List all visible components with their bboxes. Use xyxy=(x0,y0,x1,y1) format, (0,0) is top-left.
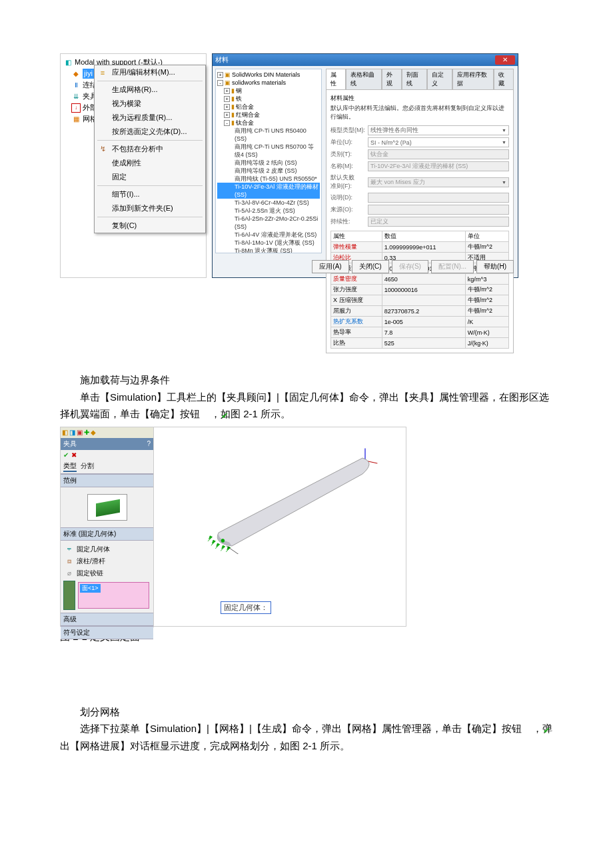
ctx-beam[interactable]: 视为横梁 xyxy=(95,97,205,111)
mat-cat[interactable]: 铁 xyxy=(236,95,242,103)
toolbar-icon[interactable]: ◧ xyxy=(62,429,68,436)
config-button: 配置(N)... xyxy=(431,260,474,273)
ctx-label: 不包括在分析中 xyxy=(112,144,163,154)
ctx-copy[interactable]: 复制(C) xyxy=(95,219,205,233)
field-label: 类别(T): xyxy=(330,150,368,159)
material-tree[interactable]: +▣SolidWorks DIN Materials -▣solidworks … xyxy=(215,69,322,253)
mat-leaf[interactable]: Ti-6Al-4V 溶液处理并老化 (SS) xyxy=(217,231,320,239)
mat-tree-node[interactable]: SolidWorks DIN Materials xyxy=(232,71,300,79)
collapse-icon[interactable]: - xyxy=(217,80,223,86)
fixture-type-fixed[interactable]: ⫧固定几何体 xyxy=(63,543,151,555)
mat-tree-node[interactable]: solidworks materials xyxy=(232,79,286,87)
ctx-shell[interactable]: 按所选面定义壳体(D)... xyxy=(95,125,205,139)
close-icon[interactable]: ✕ xyxy=(495,55,515,65)
expand-icon[interactable]: + xyxy=(224,112,230,118)
fixed-icon: ⫧ xyxy=(65,545,74,553)
ctx-label: 复制(C) xyxy=(112,221,137,231)
ctx-detail[interactable]: 细节(I)... xyxy=(95,187,205,201)
selected-face-chip[interactable]: 面<1> xyxy=(80,584,101,593)
mat-cat[interactable]: 钛合金 xyxy=(236,119,254,127)
section-example[interactable]: 范例 xyxy=(61,474,153,487)
failure-select: 最大 von Mises 应力▼ xyxy=(368,177,509,187)
tab-appdata[interactable]: 应用程序数据 xyxy=(452,69,494,89)
tab-curves[interactable]: 表格和曲线 xyxy=(346,69,382,89)
mat-leaf-selected[interactable]: Ti-10V-2Fe-3Al 溶液处理的棒材 (SS) xyxy=(217,183,320,199)
mat-cat[interactable]: 红铜合金 xyxy=(236,111,260,119)
ctx-remote-mass[interactable]: 视为远程质量(R)... xyxy=(95,111,205,125)
fixtures-icon: ⇊ xyxy=(71,92,81,101)
tab-properties[interactable]: 属性 xyxy=(326,69,346,89)
field-label: 单位(U): xyxy=(330,138,368,147)
table-row: X 压缩强度牛顿/m^2 xyxy=(331,295,509,306)
ctx-edit-material[interactable]: ≡ 应用/编辑材料(M)... xyxy=(95,65,205,79)
tab-custom[interactable]: 自定义 xyxy=(427,69,452,89)
expand-icon[interactable]: + xyxy=(224,88,230,94)
toolbar-icon[interactable]: ✚ xyxy=(84,429,89,436)
fixture-type-hinge[interactable]: ⌀固定铰链 xyxy=(63,567,151,579)
mat-leaf[interactable]: 商用纯 CP-Ti UNS R50700 等级4 (SS) xyxy=(217,143,320,159)
material-tabs: 属性 表格和曲线 外观 剖面线 自定义 应用程序数据 收藏 xyxy=(326,69,514,89)
expand-icon[interactable]: + xyxy=(224,96,230,102)
loads-icon: ↓ xyxy=(71,103,81,113)
tab-hatch[interactable]: 剖面线 xyxy=(402,69,427,89)
mat-leaf[interactable]: 商用纯等级 2 皮摩 (SS) xyxy=(217,167,320,175)
mat-leaf[interactable]: Ti-8Mn 退火薄板 (SS) xyxy=(217,247,320,253)
toolbar-icon[interactable]: ◨ xyxy=(69,429,75,436)
graphics-viewport[interactable]: 固定几何体： xyxy=(154,427,406,626)
tab-split[interactable]: 分割 xyxy=(81,461,94,472)
ctx-label: 生成网格(R)... xyxy=(112,85,157,95)
section-standard[interactable]: 标准 (固定几何体) xyxy=(61,527,153,541)
tab-type[interactable]: 类型 xyxy=(63,461,77,472)
col-header: 单位 xyxy=(465,231,508,242)
folder-icon: ▮ xyxy=(231,87,235,95)
ctx-rigid[interactable]: 使成刚性 xyxy=(95,156,205,170)
chevron-down-icon: ▼ xyxy=(502,140,506,145)
mat-leaf[interactable]: 商用纯 CP-Ti UNS R50400 (SS) xyxy=(217,127,320,143)
ctx-gen-mesh[interactable]: 生成网格(R)... xyxy=(95,83,205,97)
folder-icon: ▮ xyxy=(231,119,235,127)
face-select-icon[interactable] xyxy=(63,581,75,610)
close-button[interactable]: 关闭(C) xyxy=(352,260,389,273)
section-symbol[interactable]: 符号设定 xyxy=(61,626,153,639)
mat-cat[interactable]: 钢 xyxy=(236,87,242,95)
mat-leaf[interactable]: Ti-8Al-1Mo-1V (退火薄板 (SS) xyxy=(217,239,320,247)
mat-leaf[interactable]: 商用纯钛 (Ti-55) UNS R50550* xyxy=(217,175,320,183)
folder-icon: ▣ xyxy=(225,79,231,87)
help-icon[interactable]: ? xyxy=(147,440,151,447)
apply-button[interactable]: 应用(A) xyxy=(312,260,348,273)
unit-select[interactable]: SI - N/m^2 (Pa)▼ xyxy=(368,137,509,147)
tab-appearance[interactable]: 外观 xyxy=(382,69,402,89)
expand-icon[interactable]: + xyxy=(217,72,223,78)
feature-tree-panel: ◧ Modal with support (-默认-) ◆ jiyi (-[SW… xyxy=(60,53,207,278)
field-label: 模型类型(M): xyxy=(330,126,368,135)
body-text: 划分网格 选择下拉菜单【Simulation】|【网格】|【生成】命令，弹出【网… xyxy=(60,703,553,755)
dialog-titlebar[interactable]: 材料 ✕ xyxy=(213,54,518,66)
ctx-fix[interactable]: 固定 xyxy=(95,170,205,184)
toolbar-icon[interactable]: ▣ xyxy=(77,429,83,436)
fixture-type-roller[interactable]: ⧈滚柱/滑杆 xyxy=(63,555,151,567)
ctx-label: 视为横梁 xyxy=(112,99,141,109)
selection-box[interactable]: 面<1> xyxy=(78,582,149,609)
collapse-icon[interactable]: - xyxy=(224,120,230,126)
ctx-label: 按所选面定义壳体(D)... xyxy=(112,127,187,137)
mat-leaf[interactable]: Ti-6Al-2Sn-2Zr-2Mo-2Cr-0.25Si (SS) xyxy=(217,215,320,231)
toolbar-icon[interactable]: ◆ xyxy=(91,429,96,436)
help-button[interactable]: 帮助(H) xyxy=(476,260,514,273)
cancel-x-icon[interactable]: ✖ xyxy=(71,451,77,459)
expand-icon[interactable]: + xyxy=(224,104,230,110)
mat-leaf[interactable]: 商用纯等级 2 纸向 (SS) xyxy=(217,159,320,167)
ctx-add-folder[interactable]: 添加到新文件夹(E) xyxy=(95,201,205,215)
folder-icon: ▮ xyxy=(231,111,235,119)
mat-leaf[interactable]: Ti-3Al-8V-6Cr-4Mo-4Zr (SS) xyxy=(217,199,320,207)
ctx-exclude[interactable]: ↯ 不包括在分析中 xyxy=(95,142,205,156)
mat-leaf[interactable]: Ti-5Al-2.5Sn 退火 (SS) xyxy=(217,207,320,215)
field-label: 来源(O): xyxy=(330,205,368,214)
part-icon: ◆ xyxy=(71,69,81,79)
mat-cat[interactable]: 铝合金 xyxy=(236,103,254,111)
section-advanced[interactable]: 高级 xyxy=(61,613,153,626)
field-label: 名称(M): xyxy=(330,162,368,171)
folder-icon: ▮ xyxy=(231,103,235,111)
model-type-select[interactable]: 线性弹性各向同性▼ xyxy=(368,125,509,135)
ok-check-icon[interactable]: ✔ xyxy=(63,451,69,459)
tab-fav[interactable]: 收藏 xyxy=(494,69,514,89)
